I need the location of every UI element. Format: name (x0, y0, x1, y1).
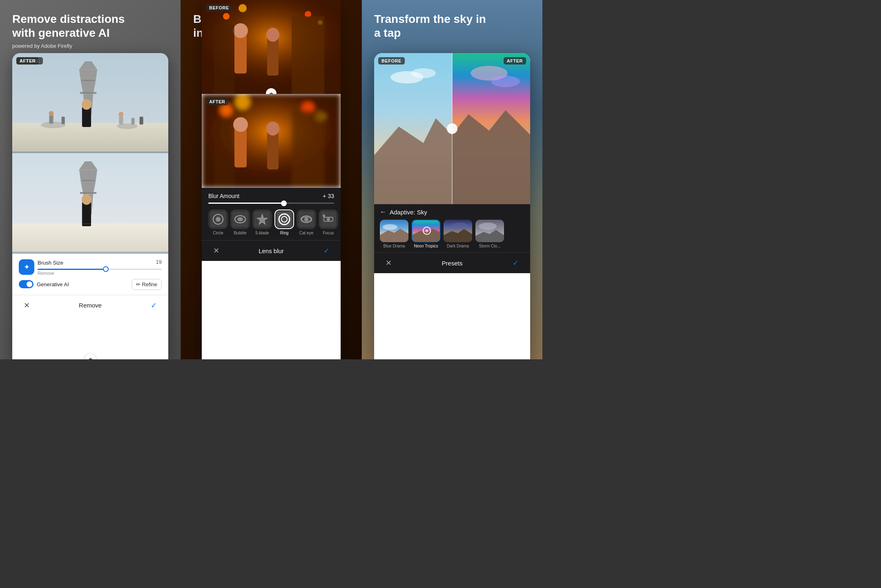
svg-point-87 (383, 224, 397, 230)
panel1-action-label: Remove (79, 302, 102, 309)
brush-size-value: 19 (156, 259, 162, 265)
svg-point-53 (233, 117, 248, 132)
blur-slider-thumb (281, 200, 287, 206)
panel3-bottom-bar: ✕ Presets ✓ (374, 252, 530, 273)
brush-slider[interactable] (38, 269, 162, 270)
brush-size-label: Brush Size (38, 260, 63, 266)
ring-blur-label: Ring (280, 231, 289, 235)
svg-rect-1 (12, 123, 168, 151)
svg-point-91 (426, 229, 428, 232)
svg-point-72 (327, 218, 330, 221)
brush-icon: ✦ (19, 259, 34, 275)
eiffel-after-svg (12, 153, 168, 252)
sky-preset-storm[interactable]: Storm Clo... (475, 220, 504, 248)
bubble-blur-label: Bubble (234, 231, 246, 235)
panel2-confirm-button[interactable]: ✓ (320, 245, 332, 257)
svg-rect-26 (82, 180, 94, 182)
blur-amount-row: Blur Amount + 33 (208, 193, 334, 199)
panel1-toolbar: ✦ Brush Size 19 Remove Generative AI ✏ R… (12, 254, 168, 295)
svg-rect-6 (82, 80, 94, 81)
sky-preset-neon-tropics[interactable]: Neon Tropics (412, 220, 440, 248)
neon-tropics-label: Neon Tropics (414, 244, 438, 248)
svg-rect-15 (119, 116, 123, 125)
sky-preset-blue-drama[interactable]: Blue Drama (380, 220, 408, 248)
panel-sky: Transform the sky in a tap BEFORE AFTER (362, 0, 542, 359)
panel1-subtitle: powered by Adobe Firefly (12, 43, 135, 49)
svg-rect-52 (234, 127, 247, 167)
svg-point-97 (479, 223, 497, 230)
svg-point-82 (411, 68, 435, 78)
blur-slider[interactable] (208, 203, 334, 204)
panel3-confirm-button[interactable]: ✓ (510, 257, 522, 269)
svg-point-14 (49, 111, 54, 116)
blur-type-ring[interactable]: Ring (274, 209, 294, 235)
brush-slider-thumb (103, 266, 109, 272)
bubble-blur-icon (230, 209, 250, 229)
blur-type-circle[interactable]: Circle (208, 209, 228, 235)
sky-presets: Blue Drama (380, 220, 524, 248)
sky-preset-dark-drama[interactable]: Dark Drama (444, 220, 472, 248)
panel3-action-label: Presets (442, 260, 463, 267)
panel2-cancel-button[interactable]: ✕ (210, 245, 222, 257)
blur-after-svg (202, 94, 341, 188)
panel2-before-badge: BEFORE (206, 4, 232, 11)
blur-type-focus[interactable]: Focus (319, 209, 338, 235)
svg-rect-51 (214, 118, 234, 188)
panel2-after-photo: AFTER (202, 94, 341, 188)
panel1-compare-handle[interactable] (85, 354, 96, 359)
svg-rect-19 (140, 117, 143, 125)
blur-type-cat-eye[interactable]: Cat eye (297, 209, 316, 235)
svg-rect-29 (82, 202, 91, 226)
svg-point-35 (239, 4, 247, 12)
svg-point-58 (216, 217, 221, 222)
eiffel-before-svg (12, 53, 168, 151)
panel1-bottom-bar: ✕ Remove ✓ (12, 295, 168, 316)
panel3-cancel-button[interactable]: ✕ (382, 257, 395, 269)
sky-nav-back-button[interactable]: ← (380, 208, 386, 216)
gen-ai-row: Generative AI ✏ Refine (19, 279, 162, 290)
svg-rect-40 (267, 37, 279, 76)
gen-ai-label: Generative AI (37, 281, 69, 287)
svg-point-30 (82, 194, 91, 205)
panel2-after-badge: AFTER (206, 98, 228, 105)
circle-blur-icon (208, 209, 228, 229)
panel1-title: Remove distractions with generative AI (12, 12, 135, 40)
panel2-before-photo: BEFORE (202, 0, 341, 94)
svg-rect-17 (62, 117, 65, 124)
panel2-phone: BEFORE (202, 0, 341, 359)
panel1-confirm-button[interactable]: ✓ (148, 299, 160, 312)
panel1-cancel-button[interactable]: ✕ (20, 299, 33, 312)
panel3-header: Transform the sky in a tap (374, 12, 488, 40)
blur-types: Circle Bubble (208, 209, 334, 235)
panel1-header: Remove distractions with generative AI p… (12, 12, 135, 49)
brush-row: ✦ Brush Size 19 Remove (19, 259, 162, 276)
refine-button[interactable]: ✏ Refine (132, 279, 162, 290)
panel3-before-badge: BEFORE (378, 57, 405, 65)
svg-rect-42 (292, 16, 324, 94)
5blade-blur-icon (252, 209, 272, 229)
panel3-phone: BEFORE AFTER (374, 53, 530, 359)
5blade-blur-label: 5-blade (255, 231, 269, 235)
svg-rect-7 (80, 92, 96, 94)
svg-point-41 (266, 28, 279, 42)
blur-controls: Blur Amount + 33 (202, 188, 341, 240)
gen-ai-toggle[interactable] (19, 280, 33, 288)
storm-thumb (475, 220, 504, 242)
cat-eye-blur-label: Cat eye (299, 231, 313, 235)
svg-rect-54 (267, 131, 279, 169)
svg-point-34 (223, 13, 230, 20)
cat-eye-blur-icon (297, 209, 316, 229)
brush-label-group: Brush Size 19 Remove (38, 259, 162, 276)
gen-ai-left: Generative AI (19, 280, 69, 288)
panel1-phone: BEFORE (12, 53, 168, 359)
svg-point-61 (237, 217, 243, 221)
ring-blur-icon (274, 209, 294, 229)
sky-nav-title: Adaptive: Sky (390, 209, 427, 216)
svg-rect-27 (80, 192, 96, 194)
circle-blur-label: Circle (213, 231, 223, 235)
svg-point-69 (304, 217, 308, 221)
blur-type-bubble[interactable]: Bubble (230, 209, 250, 235)
panel1-before-photo: BEFORE (12, 53, 168, 153)
blur-type-5blade[interactable]: 5-blade (252, 209, 272, 235)
sky-photo-svg (374, 53, 530, 204)
